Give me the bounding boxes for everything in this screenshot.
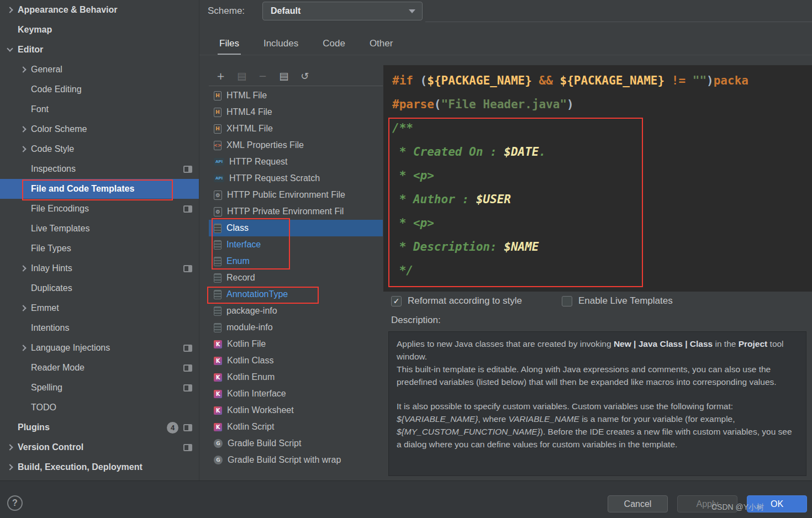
template-item-http-request[interactable]: APIHTTP Request: [209, 154, 383, 170]
chevron-right-icon[interactable]: [7, 464, 13, 470]
template-item-label: Class: [226, 223, 249, 233]
chevron-right-icon[interactable]: [7, 444, 13, 450]
code-content: #if (${PACKAGE_NAME} && ${PACKAGE_NAME} …: [392, 69, 812, 283]
code-line: * <p>: [392, 164, 812, 188]
description-label: Description:: [391, 315, 441, 326]
template-item-kotlin-file[interactable]: KKotlin File: [209, 336, 383, 352]
sidebar-item-file-and-code-templates[interactable]: File and Code Templates: [0, 179, 199, 199]
cancel-button[interactable]: Cancel: [608, 495, 668, 512]
chevron-right-icon[interactable]: [20, 345, 26, 351]
option-enable-live-templates: Enable Live Templates: [562, 295, 673, 306]
template-item-record[interactable]: Record: [209, 269, 383, 286]
template-item-gradle-build-script-with-wrap[interactable]: GGradle Build Script with wrap: [209, 452, 383, 468]
template-item-interface[interactable]: Interface: [209, 236, 383, 253]
tab-code[interactable]: Code: [321, 34, 347, 55]
sidebar-item-spelling[interactable]: Spelling: [0, 378, 199, 398]
remove-icon[interactable]: −: [259, 71, 267, 81]
code-line: */: [392, 259, 812, 283]
sidebar-item-build-execution-deployment[interactable]: Build, Execution, Deployment: [0, 457, 199, 477]
template-item-http-request-scratch[interactable]: APIHTTP Request Scratch: [209, 170, 383, 187]
chevron-slot: [18, 266, 29, 271]
template-item-xhtml-file[interactable]: HXHTML File: [209, 120, 383, 137]
chevron-right-icon[interactable]: [20, 146, 26, 152]
scheme-dropdown[interactable]: Default: [262, 2, 423, 20]
tab-other[interactable]: Other: [368, 34, 395, 55]
sidebar-item-reader-mode[interactable]: Reader Mode: [0, 358, 199, 378]
template-item-kotlin-enum[interactable]: KKotlin Enum: [209, 369, 383, 385]
revert-icon[interactable]: ↺: [300, 71, 309, 81]
checked-checkbox[interactable]: ✓: [391, 296, 402, 306]
unchecked-checkbox[interactable]: [562, 296, 572, 306]
sidebar-item-code-editing[interactable]: Code Editing: [0, 80, 199, 99]
sidebar-item-language-injections[interactable]: Language Injections: [0, 338, 199, 358]
chevron-right-icon[interactable]: [20, 305, 26, 311]
sidebar-item-general[interactable]: General: [0, 60, 199, 80]
chevron-down-icon[interactable]: [7, 45, 13, 51]
chevron-slot: [18, 67, 29, 72]
template-item-http-private-environment-fil[interactable]: ⚙HTTP Private Environment Fil: [209, 203, 383, 220]
sidebar-item-file-types[interactable]: File Types: [0, 239, 199, 258]
chevron-right-icon[interactable]: [7, 7, 13, 13]
template-item-http-public-environment-file[interactable]: ⚙HTTP Public Environment File: [209, 187, 383, 203]
kotlin-file-icon: K: [214, 406, 222, 415]
sidebar-item-appearance-behavior[interactable]: Appearance & Behavior: [0, 0, 199, 20]
sidebar-item-extras: 4: [167, 422, 192, 434]
duplicate-icon[interactable]: ▤: [279, 71, 288, 81]
template-item-class[interactable]: Class: [209, 220, 383, 236]
add-icon[interactable]: +: [217, 71, 225, 81]
sidebar-item-intentions[interactable]: Intentions: [0, 318, 199, 338]
sidebar-item-emmet[interactable]: Emmet: [0, 298, 199, 318]
sidebar-item-extras: [183, 265, 192, 272]
description-paragraph: It is also possible to specify custom va…: [397, 400, 798, 451]
sidebar-item-color-scheme[interactable]: Color Scheme: [0, 119, 199, 139]
template-item-kotlin-class[interactable]: KKotlin Class: [209, 352, 383, 369]
template-item-enum[interactable]: Enum: [209, 253, 383, 269]
sidebar-item-label: Spelling: [29, 383, 62, 393]
code-line: /**: [392, 117, 812, 140]
sidebar-item-file-encodings[interactable]: File Encodings: [0, 199, 199, 219]
tab-files[interactable]: Files: [218, 34, 241, 55]
tab-includes[interactable]: Includes: [262, 34, 300, 55]
sidebar-item-live-templates[interactable]: Live Templates: [0, 219, 199, 239]
sidebar-item-code-style[interactable]: Code Style: [0, 139, 199, 159]
template-item-xml-properties-file[interactable]: <>XML Properties File: [209, 137, 383, 154]
template-list: HHTML FileHHTML4 FileHXHTML File<>XML Pr…: [209, 86, 383, 480]
template-item-module-info[interactable]: module-info: [209, 319, 383, 336]
template-item-kotlin-worksheet[interactable]: KKotlin Worksheet: [209, 402, 383, 419]
sidebar-item-editor[interactable]: Editor: [0, 40, 199, 60]
help-button[interactable]: ?: [7, 495, 23, 511]
template-item-annotationtype[interactable]: AnnotationType: [209, 286, 383, 303]
sidebar-item-font[interactable]: Font: [0, 99, 199, 119]
template-item-html4-file[interactable]: HHTML4 File: [209, 104, 383, 120]
sidebar-item-label: Intentions: [29, 323, 69, 333]
template-item-label: Kotlin Script: [227, 422, 274, 432]
sidebar-item-label: File Encodings: [29, 204, 89, 214]
chevron-right-icon[interactable]: [20, 66, 26, 72]
sidebar-item-label: Code Style: [29, 144, 74, 154]
footer-buttons: CancelApplyOK: [608, 495, 807, 512]
split-pane-icon: [183, 444, 192, 451]
sidebar-item-version-control[interactable]: Version Control: [0, 437, 199, 457]
sidebar-item-plugins[interactable]: Plugins4: [0, 417, 199, 437]
template-item-label: HTML4 File: [226, 107, 272, 117]
sidebar-item-extras: [183, 166, 192, 173]
sidebar-item-todo[interactable]: TODO: [0, 398, 199, 417]
template-item-kotlin-script[interactable]: KKotlin Script: [209, 419, 383, 435]
copy-template-icon[interactable]: ▤: [237, 71, 246, 81]
chevron-right-icon[interactable]: [20, 265, 26, 271]
template-item-html-file[interactable]: HHTML File: [209, 87, 383, 104]
template-item-gradle-build-script[interactable]: GGradle Build Script: [209, 435, 383, 452]
sidebar-item-label: Version Control: [15, 442, 83, 452]
chevron-right-icon[interactable]: [20, 126, 26, 132]
kotlin-file-icon: K: [214, 340, 222, 348]
template-item-package-info[interactable]: package-info: [209, 303, 383, 319]
template-item-kotlin-interface[interactable]: KKotlin Interface: [209, 385, 383, 402]
sidebar-item-inspections[interactable]: Inspections: [0, 159, 199, 179]
sidebar-item-inlay-hints[interactable]: Inlay Hints: [0, 258, 199, 278]
template-code-editor[interactable]: #if (${PACKAGE_NAME} && ${PACKAGE_NAME} …: [383, 65, 812, 292]
template-item-label: module-info: [226, 323, 273, 332]
sidebar-item-duplicates[interactable]: Duplicates: [0, 278, 199, 298]
sidebar-item-keymap[interactable]: Keymap: [0, 20, 199, 40]
sidebar-item-label: Keymap: [15, 25, 52, 35]
split-pane-icon: [183, 166, 192, 173]
